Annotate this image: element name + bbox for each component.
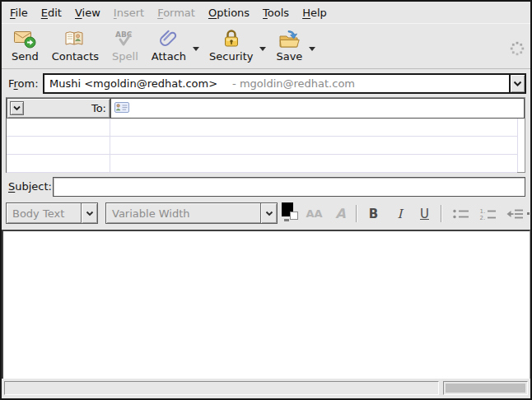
font-name-select[interactable]: Variable Width xyxy=(105,202,278,224)
svg-text:1.: 1. xyxy=(479,207,485,214)
paragraph-style-value: Body Text xyxy=(7,207,81,220)
paragraph-style-select[interactable]: Body Text xyxy=(6,202,98,224)
attach-button[interactable]: Attach xyxy=(145,26,193,63)
format-toolbar: Body Text Variable Width AA A B I U xyxy=(2,199,530,229)
increase-font-size-button[interactable]: A xyxy=(329,202,352,225)
underline-button[interactable]: U xyxy=(413,202,436,225)
background-color-swatch xyxy=(290,212,298,220)
save-button[interactable]: Save xyxy=(269,26,309,63)
statusbar xyxy=(2,379,530,398)
font-name-dropdown-button[interactable] xyxy=(260,203,277,223)
outdent-icon xyxy=(506,207,525,221)
recipient-row xyxy=(7,137,517,155)
recipient-row xyxy=(7,155,517,173)
to-entry-cell[interactable] xyxy=(110,98,525,119)
decrease-font-size-button[interactable]: AA xyxy=(303,202,325,225)
vcard-contact-icon xyxy=(114,102,129,115)
recipients-table: To: xyxy=(6,97,525,173)
paragraph-style-dropdown-button[interactable] xyxy=(81,203,97,223)
menu-view[interactable]: View xyxy=(75,7,100,19)
menu-options[interactable]: Options xyxy=(208,7,250,19)
status-message-panel xyxy=(4,381,439,395)
to-label: To: xyxy=(24,102,106,114)
bullet-list-icon xyxy=(452,207,470,221)
spell-button[interactable]: ABC Spell xyxy=(105,26,145,63)
chevron-down-icon xyxy=(13,105,21,111)
to-field-type-button[interactable]: To: xyxy=(7,98,110,119)
font-name-value: Variable Width xyxy=(106,207,260,220)
attach-icon xyxy=(158,27,180,49)
toolbar-separator xyxy=(356,205,357,222)
menubar: File Edit View Insert Format Options Too… xyxy=(2,2,530,23)
send-icon xyxy=(13,27,36,49)
main-toolbar: Send Contacts ABC xyxy=(2,23,530,69)
to-input[interactable] xyxy=(133,99,524,118)
security-dropdown-arrow-icon[interactable] xyxy=(259,47,266,51)
chevron-down-icon xyxy=(265,211,273,216)
chevron-down-icon xyxy=(86,211,94,216)
contacts-button[interactable]: Contacts xyxy=(45,26,105,63)
spell-check-icon: ABC xyxy=(113,27,138,49)
outdent-button[interactable] xyxy=(504,202,526,225)
numbered-list-button[interactable]: 1. 2. xyxy=(477,202,499,225)
save-draft-icon xyxy=(278,27,301,49)
numbered-list-icon: 1. 2. xyxy=(479,207,497,221)
chevron-down-icon xyxy=(513,81,522,87)
progress-bar xyxy=(443,381,528,395)
toolbar-separator xyxy=(441,205,442,222)
progress-bar-fill xyxy=(446,384,525,393)
contacts-icon xyxy=(63,27,86,49)
security-lock-icon xyxy=(222,27,241,49)
security-label: Security xyxy=(209,50,253,63)
attach-label: Attach xyxy=(152,50,186,63)
security-button[interactable]: Security xyxy=(203,26,259,63)
menu-edit[interactable]: Edit xyxy=(41,7,62,19)
to-type-dropdown-button[interactable] xyxy=(10,101,24,115)
save-label: Save xyxy=(276,50,302,63)
from-account-value: Mushi <mgoldin@redhat.com> xyxy=(44,77,217,90)
font-color-picker[interactable] xyxy=(282,202,300,225)
bullet-list-button[interactable] xyxy=(450,202,472,225)
send-button[interactable]: Send xyxy=(5,26,45,63)
activity-throbber-icon xyxy=(509,40,525,59)
menu-insert[interactable]: Insert xyxy=(114,7,144,19)
from-label: From: xyxy=(8,73,39,94)
subject-label: Subject: xyxy=(8,177,52,197)
subject-input[interactable] xyxy=(53,177,525,197)
recipient-row xyxy=(7,119,517,137)
bold-button[interactable]: B xyxy=(362,202,385,225)
contacts-label: Contacts xyxy=(52,50,99,63)
menu-help[interactable]: Help xyxy=(302,7,327,19)
menu-format[interactable]: Format xyxy=(157,7,195,19)
spell-label: Spell xyxy=(112,50,138,63)
from-account-email: - mgoldin@redhat.com xyxy=(232,77,355,90)
from-dropdown-button[interactable] xyxy=(509,75,525,92)
menu-file[interactable]: File xyxy=(10,7,28,19)
color-picker-handle xyxy=(284,219,289,221)
from-account-select[interactable]: Mushi <mgoldin@redhat.com> - mgoldin@red… xyxy=(43,73,526,94)
italic-button[interactable]: I xyxy=(389,202,411,225)
message-body-input[interactable] xyxy=(3,231,530,379)
attach-dropdown-arrow-icon[interactable] xyxy=(193,47,199,51)
message-body-area xyxy=(2,230,530,379)
svg-text:2.: 2. xyxy=(479,214,485,220)
menu-tools[interactable]: Tools xyxy=(263,7,289,19)
compose-mail-window: File Edit View Insert Format Options Too… xyxy=(0,0,532,400)
recipient-empty-rows xyxy=(7,119,518,172)
toolbar-overflow-indicator xyxy=(527,212,530,215)
send-label: Send xyxy=(12,50,39,63)
save-dropdown-arrow-icon[interactable] xyxy=(309,47,315,51)
